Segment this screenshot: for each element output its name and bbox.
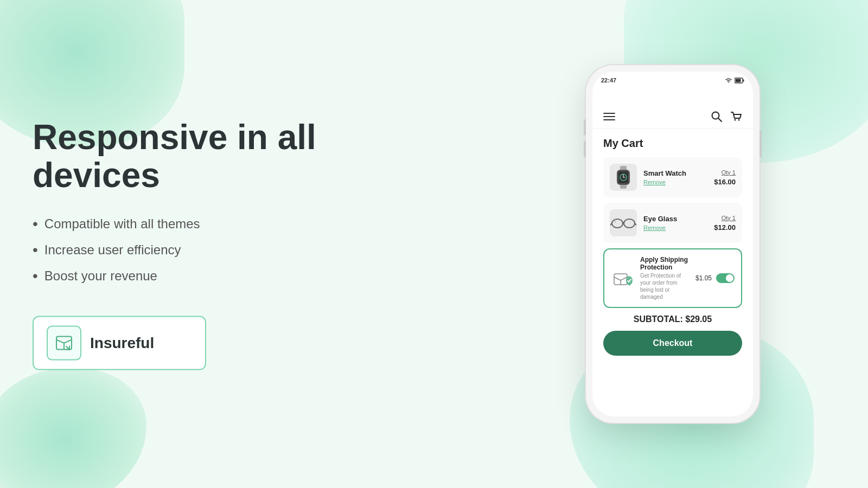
power-button <box>760 130 762 157</box>
svg-point-7 <box>735 119 736 121</box>
shipping-icon <box>611 266 635 290</box>
eyeglass-remove[interactable]: Remove <box>643 224 707 231</box>
shipping-protection-card: Apply Shipping Protection Get Protection… <box>603 248 742 308</box>
cart-item-smartwatch: Smart Watch Remove Qty 1 $16.00 <box>603 157 742 197</box>
wifi-icon <box>725 78 732 84</box>
hamburger-icon[interactable] <box>603 113 615 120</box>
feature-item-3: Boost your revenue <box>33 268 412 283</box>
eyeglass-right: Qty 1 $12.00 <box>714 215 736 232</box>
logo-icon-box <box>47 325 81 360</box>
volume-up-button <box>584 119 586 136</box>
smartwatch-remove[interactable]: Remove <box>643 179 707 185</box>
smartwatch-price: $16.00 <box>714 178 736 186</box>
smartwatch-details: Smart Watch Remove <box>643 169 707 185</box>
smartwatch-right: Qty 1 $16.00 <box>714 169 736 186</box>
eyeglass-icon <box>610 216 636 229</box>
eyeglass-details: Eye Glass Remove <box>643 215 707 231</box>
smartwatch-image <box>610 164 637 191</box>
cart-icon[interactable] <box>730 111 742 123</box>
logo-icon <box>52 331 76 355</box>
shipping-desc: Get Protection of your order from being … <box>640 272 690 300</box>
phone-time: 22:47 <box>601 77 616 84</box>
feature-text-1: Compatible with all themes <box>44 216 200 231</box>
phone-mockup: 22:47 <box>586 65 760 423</box>
eyeglass-price: $12.00 <box>714 223 736 232</box>
shipping-protection-icon <box>611 266 635 290</box>
feature-item-2: Increase user efficiency <box>33 242 412 257</box>
status-icons <box>725 78 744 84</box>
logo-badge: Insureful <box>33 316 206 370</box>
svg-rect-10 <box>620 184 627 189</box>
left-content: Responsive in all devices Compatible wit… <box>33 118 412 370</box>
svg-line-6 <box>718 118 722 121</box>
feature-item-1: Compatible with all themes <box>33 216 412 231</box>
eyeglass-qty: Qty 1 <box>714 215 736 221</box>
svg-rect-9 <box>620 166 627 170</box>
phone-screen: 22:47 <box>592 72 753 416</box>
logo-text: Insureful <box>90 334 154 351</box>
eyeglass-image <box>610 209 637 236</box>
cart-title: My Cart <box>603 137 742 150</box>
bg-blob-bl <box>0 369 146 488</box>
feature-list: Compatible with all themes Increase user… <box>33 216 412 283</box>
cart-item-eyeglass: Eye Glass Remove Qty 1 $12.00 <box>603 203 742 243</box>
phone-header <box>592 87 753 129</box>
header-icons <box>711 111 742 123</box>
shipping-toggle[interactable] <box>716 273 735 283</box>
volume-down-button <box>584 141 586 157</box>
shipping-right: $1.05 <box>695 273 735 283</box>
feature-text-3: Boost your revenue <box>44 268 157 283</box>
main-heading: Responsive in all devices <box>33 118 412 195</box>
svg-rect-4 <box>743 79 744 81</box>
shipping-text: Apply Shipping Protection Get Protection… <box>640 256 690 300</box>
battery-icon <box>735 78 744 84</box>
phone-container: 22:47 <box>586 65 760 423</box>
svg-rect-3 <box>736 79 741 82</box>
svg-line-20 <box>615 221 616 222</box>
smartwatch-name: Smart Watch <box>643 169 707 177</box>
shipping-title: Apply Shipping Protection <box>640 256 690 271</box>
eyeglass-name: Eye Glass <box>643 215 707 223</box>
svg-point-16 <box>612 219 623 228</box>
feature-text-2: Increase user efficiency <box>44 242 181 257</box>
svg-point-17 <box>624 219 635 228</box>
status-bar: 22:47 <box>592 72 753 87</box>
smartwatch-qty: Qty 1 <box>714 169 736 176</box>
search-icon[interactable] <box>711 111 723 123</box>
shipping-price: $1.05 <box>695 274 712 282</box>
svg-point-8 <box>738 119 740 121</box>
subtotal: SUBTOTAL: $29.05 <box>603 314 742 324</box>
cart-body: My Cart <box>592 129 753 416</box>
smartwatch-icon <box>614 166 633 189</box>
checkout-button[interactable]: Checkout <box>603 331 742 356</box>
